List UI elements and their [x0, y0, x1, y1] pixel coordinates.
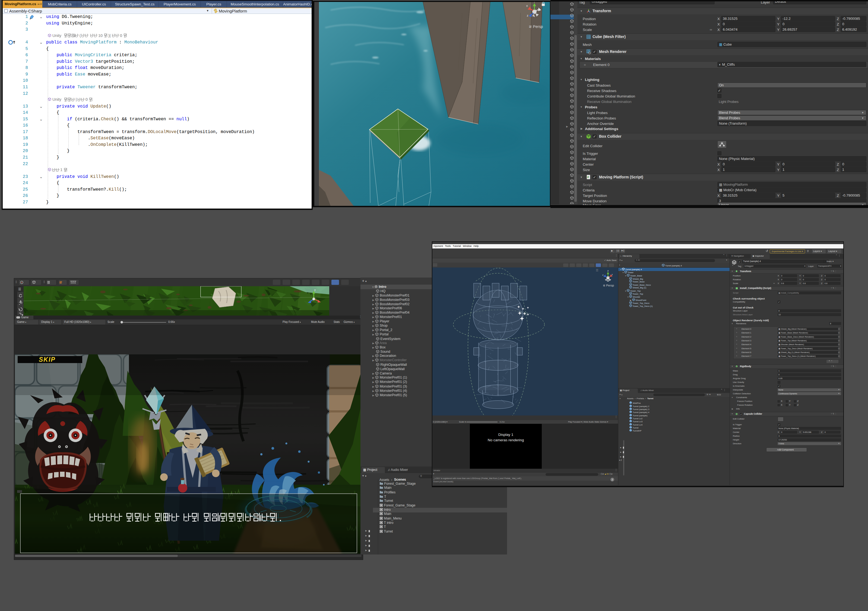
- svg-text:z: z: [527, 14, 529, 17]
- svg-text:x: x: [526, 4, 528, 7]
- svg-text:y: y: [608, 269, 609, 272]
- svg-text:z: z: [603, 274, 604, 276]
- svg-text:y: y: [534, 2, 536, 2]
- svg-text:y: y: [314, 288, 316, 291]
- svg-text:☰: ☰: [596, 269, 598, 272]
- svg-text:x: x: [612, 273, 613, 276]
- svg-text:⋜ Persp: ⋜ Persp: [529, 25, 543, 29]
- svg-text:⋜ Persp: ⋜ Persp: [603, 284, 614, 287]
- svg-text:SKIP: SKIP: [39, 356, 56, 363]
- svg-text:#: #: [587, 176, 589, 179]
